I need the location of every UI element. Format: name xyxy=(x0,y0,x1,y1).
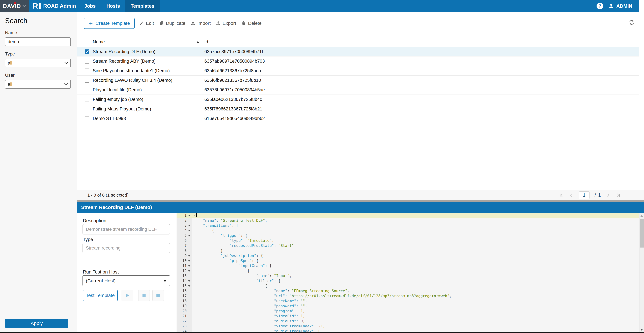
table-row[interactable]: Failing Maus Playout (Demo)635f769662133… xyxy=(77,104,644,114)
code-text: "videoPid": 1, xyxy=(192,314,305,319)
row-name: Demo STT-6998 xyxy=(93,114,202,123)
code-line[interactable]: 12 { xyxy=(176,268,639,273)
code-line-number: 11 xyxy=(176,263,192,268)
code-line[interactable]: 23 "videoStreamIndex": -1, xyxy=(176,324,639,329)
fold-icon[interactable] xyxy=(188,215,190,216)
row-checkbox[interactable] xyxy=(85,116,89,121)
fold-icon[interactable] xyxy=(188,225,190,226)
description-field[interactable] xyxy=(82,224,170,235)
table-row[interactable]: Failing empty job (Demo)635fa0e06213367b… xyxy=(77,95,644,104)
code-line[interactable]: 13 "name": "Input", xyxy=(176,273,639,278)
panel-splitter[interactable] xyxy=(77,200,644,202)
refresh-icon[interactable] xyxy=(628,19,634,26)
previous-page-button[interactable] xyxy=(569,193,574,198)
host-select[interactable]: (Current Host) xyxy=(82,275,170,286)
code-line[interactable]: 18 "userName": "", xyxy=(176,299,639,304)
toolbar-edit-button[interactable]: Edit xyxy=(138,21,154,26)
create-template-button[interactable]: Create Template xyxy=(84,18,135,29)
column-header-id[interactable]: Id xyxy=(202,37,276,46)
next-page-button[interactable] xyxy=(606,193,611,198)
code-line[interactable]: 15 { xyxy=(176,283,639,289)
fold-icon[interactable] xyxy=(188,280,190,282)
name-filter-input[interactable] xyxy=(5,37,71,46)
user-menu[interactable]: ADMIN xyxy=(608,3,632,9)
row-checkbox[interactable] xyxy=(85,107,89,111)
scroll-down-icon[interactable] xyxy=(640,329,643,331)
type-filter-select[interactable]: all xyxy=(5,59,71,67)
row-checkbox[interactable] xyxy=(85,97,89,102)
scroll-up-icon[interactable] xyxy=(640,215,643,217)
code-line[interactable]: 16 "name": "FFmpeg Streaming Source", xyxy=(176,289,639,294)
code-line[interactable]: 20 "program": -1, xyxy=(176,309,639,314)
fold-icon[interactable] xyxy=(188,235,190,237)
code-line[interactable]: 5 "trigger": { xyxy=(176,233,639,238)
pause-button[interactable] xyxy=(138,290,150,301)
table-row[interactable]: Sine Playout on sttroaddante1 (Demo)635f… xyxy=(77,66,644,76)
code-line[interactable]: 4 { xyxy=(176,228,639,233)
row-checkbox-cell xyxy=(77,88,93,92)
table-row[interactable]: Stream Recording DLF (Demo)6357acc3971e7… xyxy=(77,47,644,56)
stop-button[interactable] xyxy=(152,290,164,301)
row-checkbox[interactable] xyxy=(85,49,89,54)
chevron-down-icon xyxy=(22,5,26,7)
code-line[interactable]: 14 "filter": [ xyxy=(176,278,639,283)
row-checkbox[interactable] xyxy=(85,68,89,73)
fold-icon[interactable] xyxy=(188,230,190,231)
table-row[interactable]: Demo STT-6998616e765419d054609849db62 xyxy=(77,114,644,123)
nav-item-jobs[interactable]: Jobs xyxy=(79,0,101,12)
toolbar-delete-button[interactable]: Delete xyxy=(240,21,262,26)
last-page-button[interactable] xyxy=(616,193,621,198)
toolbar-duplicate-button[interactable]: Duplicate xyxy=(158,21,186,26)
user-filter-select[interactable]: all xyxy=(5,80,71,89)
table-row[interactable]: Stream Recording ABY (Demo)6357ab90971e7… xyxy=(77,56,644,66)
help-icon[interactable] xyxy=(596,3,603,9)
david-brand-menu[interactable]: DAVID xyxy=(0,0,29,12)
code-line[interactable]: 9 "jobDescription": { xyxy=(176,253,639,258)
code-line[interactable]: 19 "password": "", xyxy=(176,304,639,309)
template-type-field[interactable] xyxy=(82,243,170,253)
fold-icon[interactable] xyxy=(188,285,190,287)
test-template-button[interactable]: Test Template xyxy=(83,290,118,301)
row-id: 635fa0e06213367b725f8b4c xyxy=(202,95,276,104)
code-line[interactable]: 10 "pipeSpec": { xyxy=(176,258,639,263)
apply-button[interactable]: Apply xyxy=(5,319,68,328)
fold-icon[interactable] xyxy=(188,260,190,262)
table-row[interactable]: Playout local file (Demo)63578b96971e705… xyxy=(77,85,644,95)
table-row[interactable]: Recording LAWO R3lay CH 3,4 (Demo)635f6f… xyxy=(77,76,644,85)
code-line[interactable]: 3 "transitions": [ xyxy=(176,223,639,228)
toolbar-import-button[interactable]: Import xyxy=(190,21,211,26)
nav-item-hosts[interactable]: Hosts xyxy=(101,0,126,12)
first-page-button[interactable] xyxy=(559,193,564,198)
fold-icon[interactable] xyxy=(188,255,190,257)
code-line[interactable]: 6 "type": "Immediate", xyxy=(176,238,639,243)
code-line[interactable]: 11 "inputGraph": [ xyxy=(176,263,639,268)
search-sidebar: Search Name Type all User all Apply xyxy=(0,12,77,332)
code-line[interactable]: 24 "audioStreamIndex": 0, xyxy=(176,329,639,332)
code-line[interactable]: 8 }, xyxy=(176,248,639,253)
code-text: "password": "", xyxy=(192,304,307,309)
json-code-editor[interactable]: 1{2 "name": "Streaming Test DLF",3 "tran… xyxy=(176,213,644,332)
row-checkbox[interactable] xyxy=(85,88,89,92)
row-checkbox[interactable] xyxy=(85,78,89,83)
toolbar-export-button[interactable]: Export xyxy=(215,21,237,26)
scrollbar-thumb[interactable] xyxy=(640,219,644,248)
select-all-checkbox[interactable] xyxy=(85,40,89,44)
code-line[interactable]: 21 "videoPid": 1, xyxy=(176,314,639,319)
code-text: "audioStreamIndex": 0, xyxy=(192,329,323,332)
nav-item-templates[interactable]: Templates xyxy=(125,0,160,12)
select-all-cell xyxy=(77,40,93,44)
code-line[interactable]: 7 "requestedProcState": "Start" xyxy=(176,243,639,248)
fold-icon[interactable] xyxy=(188,265,190,267)
fold-icon[interactable] xyxy=(188,270,190,272)
code-text: "name": "FFmpeg Streaming Source", xyxy=(192,289,350,294)
current-page-field[interactable]: 1 xyxy=(579,191,590,199)
play-button[interactable] xyxy=(122,290,133,301)
row-checkbox[interactable] xyxy=(85,59,89,63)
code-line[interactable]: 2 "name": "Streaming Test DLF", xyxy=(176,218,639,223)
code-line[interactable]: 22 "audioPid": 0, xyxy=(176,319,639,324)
code-line[interactable]: 1{ xyxy=(176,213,639,218)
code-line[interactable]: 17 "url": "https://st01.sslstream.dlf.de… xyxy=(176,294,639,299)
column-header-name[interactable]: Name xyxy=(93,37,202,46)
toolbar-button-label: Delete xyxy=(248,21,262,26)
page-scrollbar-gutter[interactable] xyxy=(639,0,644,190)
